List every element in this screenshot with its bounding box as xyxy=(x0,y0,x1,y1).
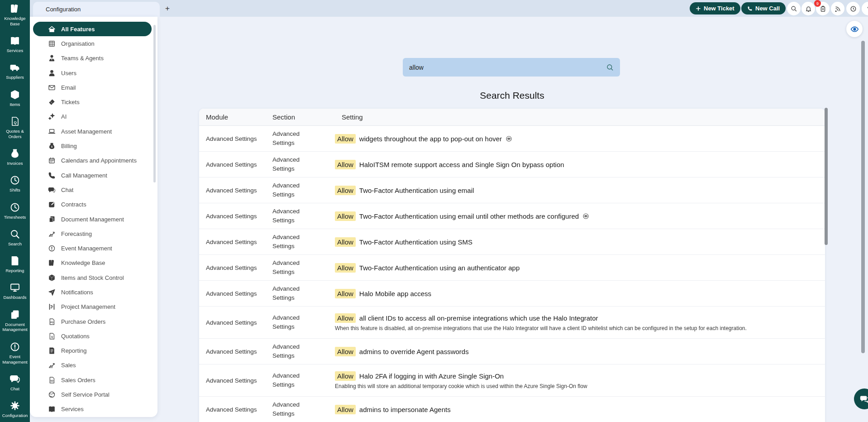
setting-text: admins to override Agent passwords xyxy=(359,348,469,355)
menu-item-purchase-orders[interactable]: PO Purchase Orders xyxy=(30,314,157,329)
setting-text: Halo 2FA if logging in with Azure Single… xyxy=(359,372,504,380)
menu-item-quotations[interactable]: Q Quotations xyxy=(30,329,157,343)
table-row[interactable]: Advanced Settings Advanced Settings Allo… xyxy=(199,255,825,281)
recent-button[interactable] xyxy=(846,2,860,15)
menu-item-sales[interactable]: Sales xyxy=(30,358,157,373)
rail-item-timesheets[interactable]: Timesheets xyxy=(1,202,29,220)
new-tab-button[interactable]: + xyxy=(162,4,172,14)
tab-configuration[interactable]: Configuration xyxy=(33,2,160,17)
table-row[interactable]: Advanced Settings Advanced Settings Allo… xyxy=(199,281,825,307)
menu-item-contracts[interactable]: Contracts xyxy=(30,197,157,212)
chat-icon xyxy=(10,374,20,384)
menu-item-reporting[interactable]: Reporting xyxy=(30,344,157,358)
eye-icon[interactable] xyxy=(506,135,512,142)
rail-item-document-management[interactable]: Document Management xyxy=(1,309,29,333)
preview-toggle-button[interactable] xyxy=(846,21,863,37)
menu-item-chat[interactable]: Chat xyxy=(30,182,157,197)
rail-item-items[interactable]: Items xyxy=(1,89,29,107)
menu-item-calendars-and-appointments[interactable]: Calendars and Appointments xyxy=(30,153,157,168)
menu-item-tickets[interactable]: Tickets xyxy=(30,95,157,109)
notifications-button[interactable] xyxy=(801,2,815,15)
table-row[interactable]: Advanced Settings Advanced Settings Allo… xyxy=(199,229,825,255)
feed-button[interactable] xyxy=(831,2,844,15)
menu-item-billing[interactable]: $ Billing xyxy=(30,139,157,153)
rail-item-services[interactable]: Services xyxy=(1,35,29,53)
table-row[interactable]: Advanced Settings Advanced Settings Allo… xyxy=(199,397,825,422)
rail-item-dashboards[interactable]: Dashboards xyxy=(1,282,29,300)
notification-count-badge: 9 xyxy=(814,0,821,7)
table-row[interactable]: Advanced Settings Advanced Settings Allo… xyxy=(199,126,825,152)
tab-label: Configuration xyxy=(46,6,81,13)
eye-icon xyxy=(850,25,859,34)
setting-description: Enabling this will store an additional t… xyxy=(335,383,816,389)
menu-item-document-management[interactable]: Document Management xyxy=(30,212,157,226)
menu-item-label: Sales Orders xyxy=(61,377,95,384)
setting-text: HaloITSM remote support access and Singl… xyxy=(359,161,564,168)
laptop-icon xyxy=(48,128,56,135)
rail-item-label: Reporting xyxy=(5,268,24,273)
menu-item-services[interactable]: Services xyxy=(30,402,157,417)
alert-circle-icon xyxy=(48,245,56,252)
menu-item-email[interactable]: Email xyxy=(30,80,157,95)
menu-item-organisation[interactable]: Organisation xyxy=(30,36,157,51)
bell-icon xyxy=(805,5,812,12)
menu-item-self-service-portal[interactable]: Self Service Portal xyxy=(30,387,157,402)
table-row[interactable]: Advanced Settings Advanced Settings Allo… xyxy=(199,339,825,364)
cell-section: Advanced Settings xyxy=(272,233,335,250)
menu-item-label: Organisation xyxy=(61,40,95,47)
search-icon[interactable] xyxy=(606,63,614,72)
table-scrollbar[interactable] xyxy=(825,108,828,245)
table-row[interactable]: Advanced Settings Advanced Settings Allo… xyxy=(199,203,825,229)
rail-item-label: Items xyxy=(10,102,20,107)
chart-icon xyxy=(48,361,56,369)
calendar-icon xyxy=(48,157,56,164)
menu-item-users[interactable]: Users xyxy=(30,66,157,80)
eye-icon[interactable] xyxy=(582,213,589,220)
rail-item-knowledge-base[interactable]: Knowledge Base xyxy=(1,3,29,27)
rail-item-chat[interactable]: Chat xyxy=(1,374,29,392)
rail-item-event-management[interactable]: Event Management xyxy=(1,341,29,365)
menu-item-label: Asset Management xyxy=(61,128,112,135)
rail-item-suppliers[interactable]: Suppliers xyxy=(1,62,29,80)
new-call-button[interactable]: New Call xyxy=(741,2,786,14)
cell-setting: Allow admins to override Agent passwords xyxy=(335,343,825,360)
panel-scrollbar[interactable] xyxy=(153,25,156,182)
menu-item-sales-orders[interactable]: SO Sales Orders xyxy=(30,373,157,387)
rail-item-shifts[interactable]: Shifts xyxy=(1,175,29,193)
rail-item-invoices[interactable]: $ Invoices xyxy=(1,148,29,166)
menu-item-call-management[interactable]: Call Management xyxy=(30,168,157,182)
column-header-section: Section xyxy=(272,113,335,121)
table-row[interactable]: Advanced Settings Advanced Settings Allo… xyxy=(199,364,825,397)
rail-item-search[interactable]: Search xyxy=(1,229,29,247)
highlight-chip: Allow xyxy=(335,289,356,298)
rail-item-configuration[interactable]: Configuration xyxy=(1,400,29,418)
menu-item-asset-management[interactable]: Asset Management xyxy=(30,124,157,139)
global-search-button[interactable] xyxy=(787,2,801,15)
page-scrollbar[interactable] xyxy=(861,41,865,353)
menu-item-notifications[interactable]: Notifications xyxy=(30,285,157,299)
rail-item-reporting[interactable]: Reporting xyxy=(1,255,29,273)
menu-item-ai[interactable]: AI xyxy=(30,110,157,124)
menu-item-items-and-stock-control[interactable]: Items and Stock Control xyxy=(30,270,157,285)
table-row[interactable]: Advanced Settings Advanced Settings Allo… xyxy=(199,177,825,203)
project-icon xyxy=(48,303,56,311)
svg-text:$: $ xyxy=(14,153,16,157)
menu-item-all-features[interactable]: All Features xyxy=(33,22,152,36)
help-button[interactable] xyxy=(862,2,868,15)
clipboard-icon xyxy=(820,5,826,12)
menu-item-event-management[interactable]: Event Management xyxy=(30,241,157,255)
chat-fab-button[interactable] xyxy=(854,388,868,409)
sparkles-icon xyxy=(48,113,56,120)
table-row[interactable]: Advanced Settings Advanced Settings Allo… xyxy=(199,152,825,177)
menu-item-forecasting[interactable]: Forecasting xyxy=(30,226,157,241)
cell-module: Advanced Settings xyxy=(199,377,272,384)
table-row[interactable]: Advanced Settings Advanced Settings Allo… xyxy=(199,307,825,339)
svg-text:$: $ xyxy=(51,146,52,148)
settings-search-input[interactable] xyxy=(403,64,606,71)
copy-icon xyxy=(10,309,20,320)
menu-item-knowledge-base[interactable]: Knowledge Base xyxy=(30,256,157,270)
rail-item-quotes-orders[interactable]: Q Quotes & Orders xyxy=(1,116,29,139)
menu-item-project-management[interactable]: Project Management xyxy=(30,300,157,314)
new-ticket-button[interactable]: New Ticket xyxy=(690,2,740,14)
menu-item-teams-agents[interactable]: Teams & Agents xyxy=(30,51,157,66)
